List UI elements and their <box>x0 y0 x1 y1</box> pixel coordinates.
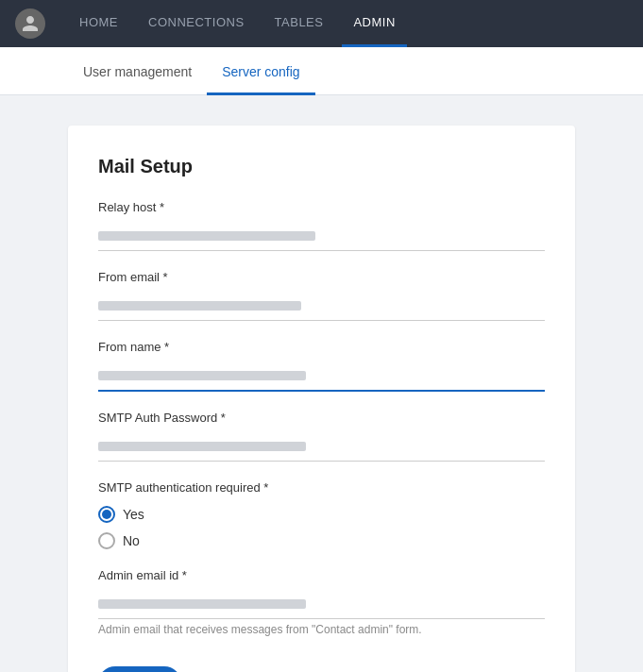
relay-host-label: Relay host * <box>98 200 545 214</box>
from-email-label: From email * <box>98 270 545 284</box>
nav-home[interactable]: HOME <box>68 0 129 47</box>
section-title: Mail Setup <box>98 156 545 177</box>
from-email-wrapper <box>98 290 545 321</box>
tab-server-config[interactable]: Server config <box>207 47 314 95</box>
avatar[interactable] <box>15 8 45 39</box>
admin-email-helper: Admin email that receives messages from … <box>98 623 545 636</box>
smtp-password-group: SMTP Auth Password * <box>98 411 545 462</box>
admin-email-wrapper <box>98 588 545 619</box>
nav-tables[interactable]: TABLES <box>263 0 335 47</box>
nav-admin[interactable]: ADMIN <box>342 0 406 47</box>
admin-email-input[interactable] <box>98 588 545 619</box>
nav-connections[interactable]: CONNECTIONS <box>137 0 256 47</box>
radio-no-circle <box>98 532 115 549</box>
save-button[interactable]: Save <box>98 666 181 672</box>
from-name-wrapper <box>98 360 545 392</box>
from-email-input[interactable] <box>98 290 545 321</box>
radio-yes-label: Yes <box>123 507 144 522</box>
radio-no-label: No <box>123 533 140 548</box>
radio-yes-option[interactable]: Yes <box>98 506 545 523</box>
relay-host-wrapper <box>98 220 545 251</box>
radio-no-option[interactable]: No <box>98 532 545 549</box>
smtp-password-label: SMTP Auth Password * <box>98 411 545 425</box>
tabs-container: User management Server config <box>0 47 643 95</box>
from-name-label: From name * <box>98 340 545 354</box>
smtp-password-wrapper <box>98 430 545 462</box>
page-content: Mail Setup Relay host * From email * Fro… <box>0 95 643 672</box>
form-card: Mail Setup Relay host * From email * Fro… <box>68 126 575 672</box>
user-icon <box>21 14 40 33</box>
nav-links: HOME CONNECTIONS TABLES ADMIN <box>68 0 407 47</box>
relay-host-group: Relay host * <box>98 200 545 251</box>
admin-email-label: Admin email id * <box>98 568 545 582</box>
from-name-group: From name * <box>98 340 545 392</box>
tab-user-management[interactable]: User management <box>68 47 207 95</box>
smtp-auth-group: SMTP authentication required * Yes No <box>98 480 545 549</box>
navbar: HOME CONNECTIONS TABLES ADMIN <box>0 0 643 47</box>
radio-yes-circle <box>98 506 115 523</box>
smtp-password-input[interactable] <box>98 430 545 462</box>
relay-host-input[interactable] <box>98 220 545 251</box>
admin-email-group: Admin email id * Admin email that receiv… <box>98 568 545 636</box>
from-email-group: From email * <box>98 270 545 321</box>
from-name-input[interactable] <box>98 360 545 392</box>
smtp-auth-label: SMTP authentication required * <box>98 480 545 495</box>
